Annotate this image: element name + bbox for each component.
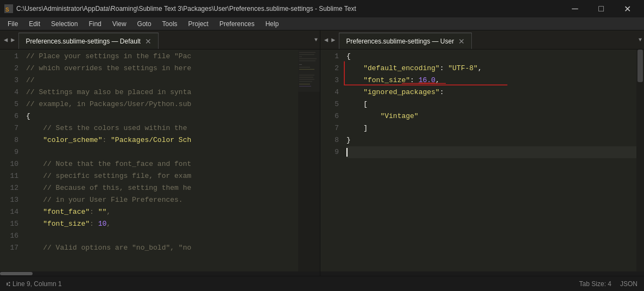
left-code-area[interactable]: // Place your settings in the file "Pac … bbox=[23, 49, 320, 271]
editors-container: ◀ ▶ Preferences.sublime-settings — Defau… bbox=[0, 30, 644, 276]
git-icon: ⑆ bbox=[7, 281, 10, 287]
right-tab-dropdown-icon[interactable]: ▼ bbox=[639, 37, 642, 43]
right-code-line-1: { bbox=[346, 51, 636, 63]
right-code-area[interactable]: { "default_encoding": "UTF-8", "font_siz… bbox=[343, 49, 636, 271]
code-line-7: // Sets the colors used within the bbox=[26, 122, 320, 134]
right-tab-bar: ◀ ▶ Preferences.sublime-settings — User … bbox=[320, 30, 644, 49]
code-line-14: "font_face": "", bbox=[26, 206, 320, 218]
right-editor-content[interactable]: 12345 6789 { "default_encoding": "UTF-8"… bbox=[320, 49, 644, 271]
minimize-button[interactable]: ─ bbox=[563, 0, 588, 17]
status-position: Line 9, Column 1 bbox=[12, 280, 62, 288]
right-code-line-7: ] bbox=[346, 122, 636, 134]
left-arrow-icon[interactable]: ◀ bbox=[2, 35, 9, 45]
maximize-button[interactable]: □ bbox=[589, 0, 614, 17]
right-code-line-2: "default_encoding": "UTF-8", bbox=[346, 63, 636, 75]
right-tab-arrows: ◀ ▶ bbox=[320, 30, 339, 49]
menu-help[interactable]: Help bbox=[260, 17, 285, 30]
right-code-line-6: "Vintage" bbox=[346, 110, 636, 122]
right-line-numbers: 12345 6789 bbox=[320, 49, 343, 271]
code-line-1: // Place your settings in the file "Pac bbox=[26, 51, 320, 63]
right-arrow-icon[interactable]: ▶ bbox=[9, 35, 16, 45]
menu-goto[interactable]: Goto bbox=[132, 17, 157, 30]
left-tab-close[interactable]: ✕ bbox=[145, 38, 151, 45]
right-tab-active[interactable]: Preferences.sublime-settings — User ✕ bbox=[339, 33, 472, 49]
code-line-3: // bbox=[26, 75, 320, 86]
close-button[interactable]: ✕ bbox=[615, 0, 640, 17]
title-bar-controls: ─ □ ✕ bbox=[563, 0, 640, 17]
menu-project[interactable]: Project bbox=[183, 17, 214, 30]
menu-bar: File Edit Selection Find View Goto Tools… bbox=[0, 17, 644, 30]
code-line-16 bbox=[26, 230, 320, 242]
right-code-line-4: "ignored_packages": bbox=[346, 86, 636, 98]
title-text: C:\Users\Administrator\AppData\Roaming\S… bbox=[16, 5, 356, 13]
right-code-line-5: [ bbox=[346, 98, 636, 110]
right-code-line-3: "font_size": 16.0, bbox=[346, 75, 636, 86]
left-scrollbar[interactable] bbox=[0, 271, 320, 276]
left-line-numbers: 12345 678910 1112131415 1617 bbox=[0, 49, 23, 271]
minimap[interactable] bbox=[298, 49, 320, 271]
status-syntax[interactable]: JSON bbox=[620, 280, 637, 288]
menu-file[interactable]: File bbox=[2, 17, 23, 30]
code-line-6: { bbox=[26, 110, 320, 122]
status-tab-size[interactable]: Tab Size: 4 bbox=[579, 280, 611, 288]
code-line-15: "font_size": 10, bbox=[26, 218, 320, 230]
left-tab-bar-end bbox=[159, 30, 320, 49]
code-line-17: // Valid options are "no_bold", "no bbox=[26, 242, 320, 254]
right-tab-close[interactable]: ✕ bbox=[458, 38, 465, 45]
left-tab-arrows: ◀ ▶ bbox=[0, 30, 18, 49]
status-right: Tab Size: 4 JSON bbox=[579, 280, 637, 288]
right-scrollbar-h[interactable] bbox=[320, 271, 644, 276]
left-editor-content[interactable]: 12345 678910 1112131415 1617 // Place yo… bbox=[0, 49, 320, 271]
code-line-10: // Note that the font_face and font bbox=[26, 158, 320, 170]
status-left: ⑆ Line 9, Column 1 bbox=[7, 280, 62, 288]
left-tab-dropdown-icon[interactable]: ▼ bbox=[314, 37, 318, 43]
status-bar: ⑆ Line 9, Column 1 Tab Size: 4 JSON bbox=[0, 276, 644, 291]
left-editor-inner: 12345 678910 1112131415 1617 // Place yo… bbox=[0, 49, 320, 271]
right-tab-label: Preferences.sublime-settings — User bbox=[346, 38, 454, 45]
menu-edit[interactable]: Edit bbox=[23, 17, 46, 30]
right-code-line-9 bbox=[346, 146, 636, 158]
title-bar: S C:\Users\Administrator\AppData\Roaming… bbox=[0, 0, 644, 17]
svg-text:S: S bbox=[5, 7, 9, 13]
menu-view[interactable]: View bbox=[107, 17, 132, 30]
menu-tools[interactable]: Tools bbox=[157, 17, 183, 30]
right-scrollbar-track[interactable] bbox=[636, 49, 644, 271]
menu-find[interactable]: Find bbox=[83, 17, 106, 30]
left-tab-active[interactable]: Preferences.sublime-settings — Default ✕ bbox=[18, 33, 158, 49]
right-pane: ◀ ▶ Preferences.sublime-settings — User … bbox=[320, 30, 644, 276]
left-tab-bar: ◀ ▶ Preferences.sublime-settings — Defau… bbox=[0, 30, 320, 49]
left-scrollbar-thumb[interactable] bbox=[0, 272, 33, 275]
title-bar-left: S C:\Users\Administrator\AppData\Roaming… bbox=[4, 4, 356, 13]
code-line-5: // example, in Packages/User/Python.sub bbox=[26, 98, 320, 110]
code-line-12: // Because of this, setting them he bbox=[26, 182, 320, 194]
menu-selection[interactable]: Selection bbox=[46, 17, 83, 30]
code-line-4: // Settings may also be placed in synta bbox=[26, 86, 320, 98]
code-line-9 bbox=[26, 146, 320, 158]
right-pane-left-arrow-icon[interactable]: ◀ bbox=[323, 35, 330, 45]
code-line-8: "color_scheme": "Packages/Color Sch bbox=[26, 134, 320, 146]
code-line-11: // specific settings file, for exam bbox=[26, 170, 320, 182]
right-tab-bar-end bbox=[472, 30, 644, 49]
text-cursor bbox=[346, 148, 348, 157]
left-tab-label: Preferences.sublime-settings — Default bbox=[26, 38, 140, 45]
right-pane-right-arrow-icon[interactable]: ▶ bbox=[330, 35, 337, 45]
left-pane: ◀ ▶ Preferences.sublime-settings — Defau… bbox=[0, 30, 320, 276]
right-scrollbar-thumb[interactable] bbox=[637, 49, 643, 82]
code-line-2: // which overrides the settings in here bbox=[26, 63, 320, 75]
code-line-13: // in your User File Preferences. bbox=[26, 194, 320, 206]
app-icon: S bbox=[4, 4, 13, 13]
svg-rect-17 bbox=[298, 49, 320, 92]
right-code-line-8: } bbox=[346, 134, 636, 146]
menu-preferences[interactable]: Preferences bbox=[214, 17, 260, 30]
